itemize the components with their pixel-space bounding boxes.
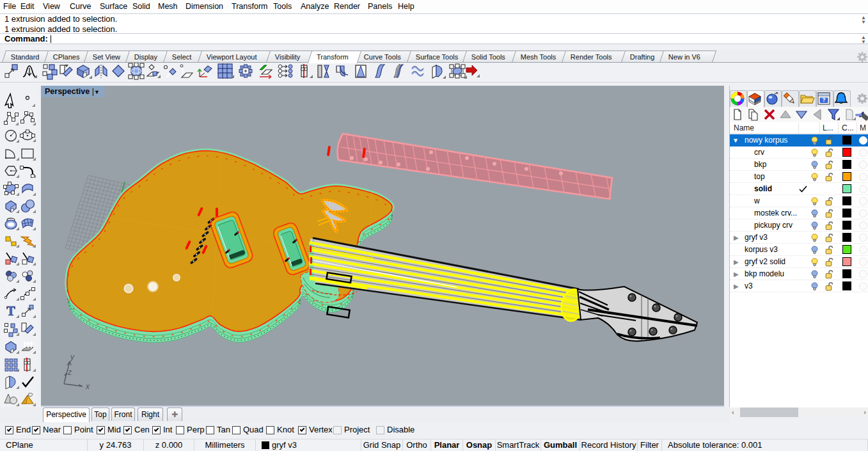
svg-text:T: T <box>6 304 15 318</box>
svg-text:x: x <box>85 382 90 391</box>
svg-text:?: ? <box>822 97 826 103</box>
svg-text:y: y <box>70 352 75 361</box>
svg-text:z: z <box>67 368 72 377</box>
